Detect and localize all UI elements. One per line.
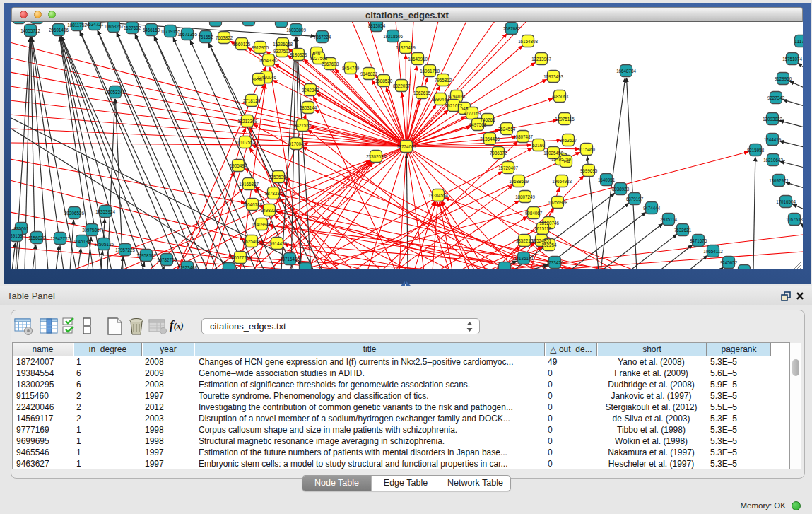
svg-text:9146821: 9146821 [360,71,377,77]
svg-text:30975867: 30975867 [82,227,102,233]
svg-text:8990443: 8990443 [432,96,449,103]
svg-text:8878332: 8878332 [265,190,282,197]
svg-text:751552: 751552 [199,34,213,40]
svg-text:12213967: 12213967 [531,56,551,62]
svg-text:594: 594 [563,158,570,165]
svg-text:1733426: 1733426 [546,259,563,266]
svg-text:10046788: 10046788 [242,201,262,208]
svg-text:2087682: 2087682 [503,25,520,32]
svg-text:12942737: 12942737 [50,235,70,242]
svg-text:1615112: 1615112 [534,226,551,232]
svg-text:9084067: 9084067 [525,210,542,216]
svg-text:16961758: 16961758 [420,68,440,74]
svg-text:17957225: 17957225 [115,247,135,253]
svg-text:8322037: 8322037 [393,83,410,89]
svg-text:19166827: 19166827 [239,181,259,187]
svg-text:16671355: 16671355 [177,31,197,37]
svg-text:98901: 98901 [252,76,264,83]
svg-text:9245652: 9245652 [720,259,737,266]
svg-text:7857224: 7857224 [314,34,331,40]
svg-text:9634721: 9634721 [86,22,103,28]
svg-text:2803144: 2803144 [300,105,317,111]
svg-text:1588520: 1588520 [375,78,392,84]
svg-text:10107552: 10107552 [235,139,255,146]
svg-text:12975115: 12975115 [555,116,575,122]
svg-text:8215958: 8215958 [747,147,764,153]
svg-text:6794028: 6794028 [448,93,465,100]
svg-text:20691406: 20691406 [49,27,69,33]
svg-text:19218506: 19218506 [383,33,403,40]
svg-text:18807249: 18807249 [515,194,535,200]
svg-text:9352215: 9352215 [516,238,533,244]
svg-text:21364436: 21364436 [480,136,500,142]
svg-text:1621072: 1621072 [445,103,462,109]
svg-text:3498222: 3498222 [261,207,278,214]
svg-text:17016504: 17016504 [776,199,796,205]
svg-text:13535394: 13535394 [269,174,288,180]
svg-text:10923468: 10923468 [177,264,197,269]
svg-text:9657771: 9657771 [232,255,249,261]
svg-text:7625402: 7625402 [243,238,260,245]
svg-text:15720407: 15720407 [498,165,518,171]
svg-text:9699695: 9699695 [580,168,597,174]
svg-text:1145194: 1145194 [73,238,90,245]
svg-text:16543362: 16543362 [259,57,278,64]
svg-text:6497568: 6497568 [469,122,486,128]
svg-text:18811752: 18811752 [67,22,87,28]
svg-text:19654923: 19654923 [552,178,572,185]
svg-text:18724007: 18724007 [396,144,416,150]
svg-text:8938923: 8938923 [612,186,629,192]
svg-text:12505135: 12505135 [94,241,114,247]
svg-text:7955812: 7955812 [435,77,452,83]
svg-text:7485063: 7485063 [551,93,568,100]
svg-text:1244419: 1244419 [764,136,781,143]
svg-text:62160: 62160 [532,142,544,148]
svg-text:10973493: 10973493 [543,74,563,80]
svg-text:16033809: 16033809 [286,27,306,33]
svg-text:8454749: 8454749 [342,65,359,71]
svg-text:10958107: 10958107 [136,252,156,259]
svg-text:1362615: 1362615 [413,90,430,96]
svg-text:20206526: 20206526 [64,210,84,216]
svg-text:7663822: 7663822 [216,35,233,41]
svg-text:11325419: 11325419 [396,45,416,51]
svg-text:2967608: 2967608 [322,61,339,67]
svg-text:16648784: 16648784 [616,68,636,74]
svg-text:39159: 39159 [11,233,23,239]
svg-text:13692971: 13692971 [769,177,789,184]
svg-text:10654112: 10654112 [703,248,723,255]
svg-text:15226058: 15226058 [273,41,293,47]
svg-text:8471676: 8471676 [690,238,707,244]
svg-text:17353924: 17353924 [95,209,115,215]
svg-text:9115460: 9115460 [578,146,595,153]
svg-text:11172: 11172 [794,38,803,45]
svg-text:1527602: 1527602 [124,25,141,31]
svg-text:16914479: 16914479 [267,240,287,247]
svg-text:917004: 917004 [289,141,304,147]
svg-text:20053346: 20053346 [105,89,125,95]
svg-text:10688609: 10688609 [509,178,529,185]
svg-text:13716485: 13716485 [280,256,300,262]
svg-text:6879197: 6879197 [626,196,643,202]
svg-text:16210643: 16210643 [763,157,783,163]
svg-text:2935114: 2935114 [660,216,677,223]
svg-text:9474444: 9474444 [643,205,660,211]
svg-text:8186323: 8186323 [290,52,307,58]
svg-text:7986372: 7986372 [490,150,507,156]
svg-text:9129966: 9129966 [775,76,792,82]
svg-text:9242848: 9242848 [302,87,319,93]
svg-text:10025458: 10025458 [543,150,563,156]
svg-text:16782759: 16782759 [157,257,177,263]
svg-text:19384554: 19384554 [428,192,448,199]
svg-text:6466160: 6466160 [143,27,160,33]
svg-text:12213369: 12213369 [237,118,257,124]
svg-text:2718120: 2718120 [243,98,260,104]
svg-text:9227342: 9227342 [767,95,784,101]
svg-text:1905494: 1905494 [230,163,247,169]
svg-text:8427552: 8427552 [294,122,311,129]
svg-text:12093822: 12093822 [763,116,782,122]
svg-text:1640951: 1640951 [598,177,615,183]
svg-text:1167533: 1167533 [786,216,803,223]
svg-text:18640910: 18640910 [408,56,428,62]
svg-text:1156829: 1156829 [28,235,45,241]
